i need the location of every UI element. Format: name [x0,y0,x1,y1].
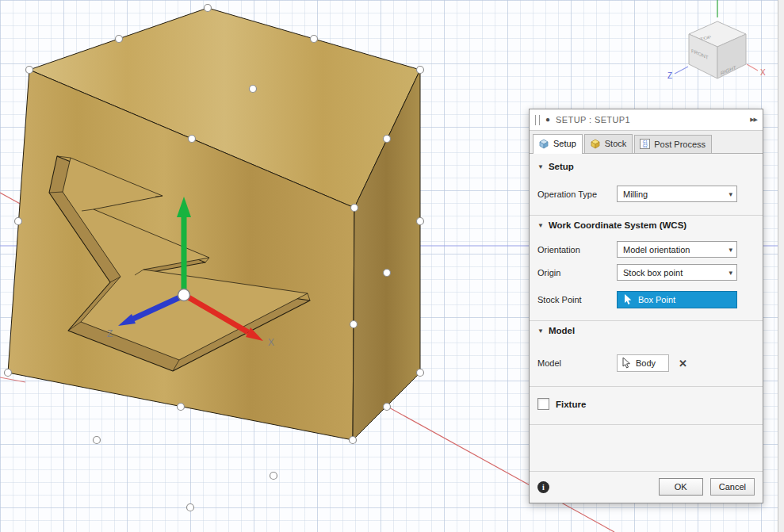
stock-point[interactable] [178,404,185,411]
tab-setup[interactable]: Setup [533,134,583,154]
body-select-label: Body [636,358,656,368]
setup-tab-icon [538,138,549,149]
section-setup[interactable]: ▼ Setup [530,157,763,173]
section-caret-icon[interactable]: ▼ [537,163,544,170]
stock-tab-icon [590,138,601,149]
section-caret-icon[interactable]: ▼ [537,222,544,229]
post-icon-g2: G2 [641,144,649,148]
divider [530,424,763,425]
stock-point[interactable] [417,218,424,225]
orientation-dropdown[interactable]: Model orientation ▾ [617,241,737,258]
x-axis-label: X [268,337,274,348]
dialog-drag-handle[interactable] [535,115,540,125]
orientation-label: Orientation [537,245,617,255]
origin-value: Stock box point [623,268,729,277]
operation-type-value: Milling [623,189,729,199]
section-model[interactable]: ▼ Model [530,321,763,337]
cursor-icon [624,294,633,305]
viewport[interactable]: Z X TOP FRONT RIGHT Z X ● SETUP : SETUP1… [0,0,784,532]
tab-post-process[interactable]: G1 G2 Post Process [634,135,712,153]
tab-stock-label: Stock [605,139,627,148]
box-point-button[interactable]: Box Point [617,291,737,308]
clear-selection-icon[interactable]: ✕ [679,358,687,369]
stock-point[interactable] [205,5,212,12]
stock-point[interactable] [350,437,357,444]
viewcube-z-axis [675,67,688,74]
stock-point[interactable] [26,67,33,74]
stock-point[interactable] [417,369,424,377]
stock-point[interactable] [350,321,358,328]
orientation-row: Orientation Model orientation ▾ [530,241,763,258]
fixture-row: Fixture [530,398,763,410]
x-axis-line-segment [0,377,25,382]
tab-setup-label: Setup [553,139,576,148]
stock-point-row: Stock Point Box Point [530,291,763,308]
viewcube-x-label: X [760,68,766,77]
box-point-label: Box Point [638,295,675,304]
section-caret-icon[interactable]: ▼ [537,327,544,335]
stock-point[interactable] [384,270,391,277]
stock-point[interactable] [270,473,277,480]
dialog-footer: i OK Cancel [530,471,763,503]
origin-dropdown[interactable]: Stock box point ▾ [617,264,737,281]
dialog-header: ● SETUP : SETUP1 ▶▶ [530,109,763,131]
viewcube-z-label: Z [667,71,672,80]
tab-post-process-label: Post Process [654,140,706,149]
origin-point[interactable] [178,289,190,301]
stock-point[interactable] [250,86,257,93]
origin-label: Origin [537,268,617,277]
dialog-tabs: Setup Stock G1 G2 Post Process [530,131,763,154]
stock-point[interactable] [351,205,358,212]
stock-point[interactable] [15,218,22,225]
stock-point[interactable] [189,136,196,143]
stock-point[interactable] [187,504,194,511]
stock-point[interactable] [384,404,391,411]
operation-type-row: Operation Type Milling ▾ [530,186,763,202]
setup-dialog: ● SETUP : SETUP1 ▶▶ Setup [529,109,763,503]
caret-down-icon: ▾ [729,190,732,198]
stock-point[interactable] [116,36,123,43]
operation-type-label: Operation Type [537,189,617,199]
dialog-state-icon: ● [545,116,550,124]
cancel-button[interactable]: Cancel [710,478,755,496]
model-body[interactable] [8,8,420,440]
origin-row: Origin Stock box point ▾ [530,264,763,281]
model-label: Model [537,358,617,368]
stock-point[interactable] [384,136,391,143]
dialog-body: ▼ Setup Operation Type Milling ▾ ▼ Work … [530,154,763,503]
view-cube[interactable]: TOP FRONT RIGHT Z X [667,0,766,80]
z-axis-label: Z [107,328,113,339]
stock-point[interactable] [5,369,12,377]
section-wcs[interactable]: ▼ Work Coordinate System (WCS) [530,216,763,232]
section-model-title: Model [549,326,575,335]
stock-point[interactable] [311,36,318,43]
info-icon[interactable]: i [537,481,549,493]
orientation-value: Model orientation [623,245,729,255]
caret-down-icon: ▾ [729,246,732,254]
ok-button[interactable]: OK [659,478,703,496]
collapse-arrows-icon[interactable]: ▶▶ [750,117,757,123]
stock-point[interactable] [417,67,424,74]
model-row: Model Body ✕ [530,354,763,372]
stock-point[interactable] [94,437,101,444]
tab-stock[interactable]: Stock [584,134,633,153]
divider [530,386,763,387]
dialog-title: SETUP : SETUP1 [556,115,630,124]
right-scrollbar[interactable] [778,0,784,532]
caret-down-icon: ▾ [729,269,732,277]
post-process-tab-icon: G1 G2 [640,139,650,149]
operation-type-dropdown[interactable]: Milling ▾ [617,186,737,202]
stock-point-label: Stock Point [537,295,617,304]
cursor-icon [622,358,631,369]
body-select-button[interactable]: Body [617,354,669,372]
section-setup-title: Setup [549,162,574,171]
fixture-checkbox[interactable] [537,398,549,410]
fixture-label: Fixture [556,400,586,409]
viewcube-x-axis [747,64,758,71]
section-wcs-title: Work Coordinate System (WCS) [549,220,686,230]
